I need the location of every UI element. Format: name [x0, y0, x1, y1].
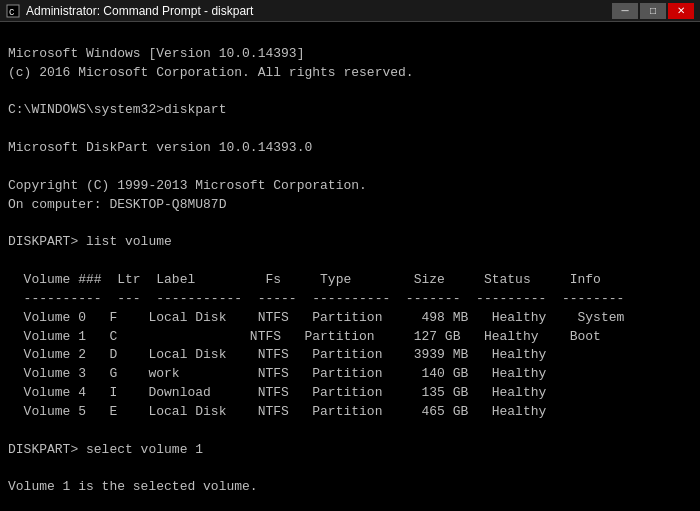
selected-volume-msg: Volume 1 is the selected volume.: [8, 479, 258, 494]
vol-row-0: Volume 0 F Local Disk NTFS Partition 498…: [8, 310, 624, 325]
line6: Microsoft DiskPart version 10.0.14393.0: [8, 140, 312, 155]
computer-line: On computer: DESKTOP-Q8MU87D: [8, 197, 226, 212]
prompt-select-volume: DISKPART> select volume 1: [8, 442, 203, 457]
title-bar-controls: ─ □ ✕: [612, 3, 694, 19]
maximize-button[interactable]: □: [640, 3, 666, 19]
title-bar: C Administrator: Command Prompt - diskpa…: [0, 0, 700, 22]
vol-row-1: Volume 1 C NTFS Partition 127 GB Healthy…: [8, 329, 601, 344]
vol-row-4: Volume 4 I Download NTFS Partition 135 G…: [8, 385, 546, 400]
console-output: Microsoft Windows [Version 10.0.14393] (…: [0, 22, 700, 511]
minimize-button[interactable]: ─: [612, 3, 638, 19]
line2: (c) 2016 Microsoft Corporation. All righ…: [8, 65, 414, 80]
close-button[interactable]: ✕: [668, 3, 694, 19]
col-sep: ---------- --- ----------- ----- -------…: [8, 291, 624, 306]
svg-text:C: C: [9, 8, 15, 18]
vol-row-2: Volume 2 D Local Disk NTFS Partition 393…: [8, 347, 546, 362]
copyright-line: Copyright (C) 1999-2013 Microsoft Corpor…: [8, 178, 367, 193]
line4: C:\WINDOWS\system32>diskpart: [8, 102, 226, 117]
col-header: Volume ### Ltr Label Fs Type Size Status…: [8, 272, 601, 287]
title-bar-icon: C: [6, 4, 20, 18]
vol-row-5: Volume 5 E Local Disk NTFS Partition 465…: [8, 404, 546, 419]
title-bar-text: Administrator: Command Prompt - diskpart: [26, 4, 612, 18]
prompt-list-volume: DISKPART> list volume: [8, 234, 172, 249]
vol-row-3: Volume 3 G work NTFS Partition 140 GB He…: [8, 366, 546, 381]
line1: Microsoft Windows [Version 10.0.14393]: [8, 46, 304, 61]
